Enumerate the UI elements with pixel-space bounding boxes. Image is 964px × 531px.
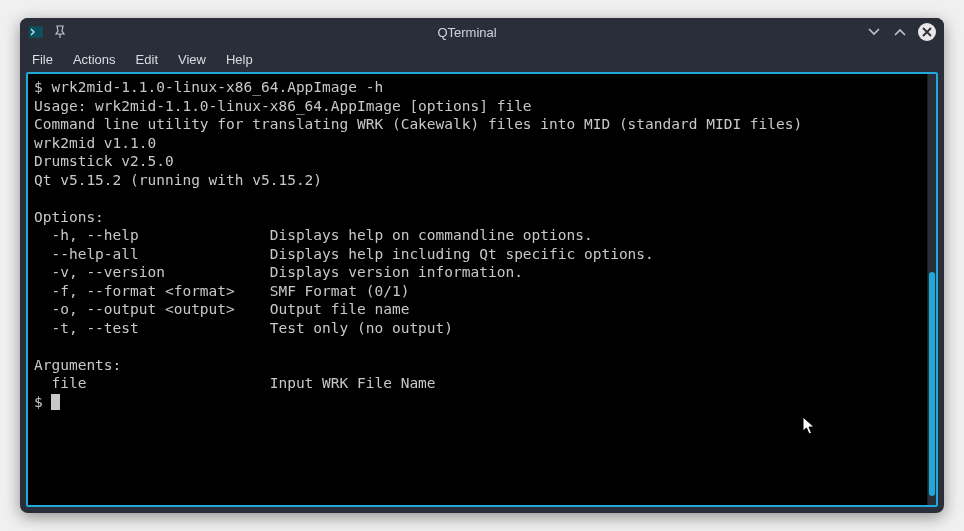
menu-file[interactable]: File xyxy=(32,52,53,67)
pin-icon[interactable] xyxy=(52,24,68,40)
minimize-button[interactable] xyxy=(866,24,882,40)
window-controls xyxy=(866,23,936,41)
terminal[interactable]: $ wrk2mid-1.1.0-linux-x86_64.AppImage -h… xyxy=(28,74,927,505)
scrollbar-thumb[interactable] xyxy=(929,272,935,496)
close-button[interactable] xyxy=(918,23,936,41)
menu-view[interactable]: View xyxy=(178,52,206,67)
titlebar-left xyxy=(28,24,68,40)
text-cursor xyxy=(51,394,60,410)
terminal-viewport: $ wrk2mid-1.1.0-linux-x86_64.AppImage -h… xyxy=(26,72,938,507)
menu-edit[interactable]: Edit xyxy=(136,52,158,67)
maximize-button[interactable] xyxy=(892,24,908,40)
menu-actions[interactable]: Actions xyxy=(73,52,116,67)
titlebar[interactable]: QTerminal xyxy=(20,18,944,46)
svg-rect-0 xyxy=(29,26,43,38)
scrollbar[interactable] xyxy=(927,74,936,505)
menu-help[interactable]: Help xyxy=(226,52,253,67)
app-window: QTerminal File Actions Edit View Help $ … xyxy=(20,18,944,513)
window-title: QTerminal xyxy=(68,25,866,40)
app-icon xyxy=(28,24,44,40)
menubar: File Actions Edit View Help xyxy=(20,46,944,72)
